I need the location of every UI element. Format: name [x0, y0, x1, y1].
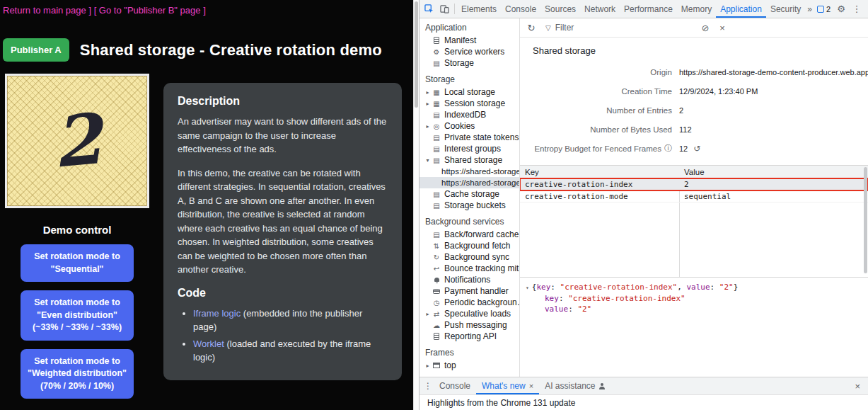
iframe-logic-link[interactable]: Iframe logic — [193, 308, 241, 319]
table-header: Key Value — [520, 166, 868, 178]
sidebar-item-private-state-tokens[interactable]: ▤Private state tokens — [419, 132, 519, 143]
drawer-tabbar: ⋮ Console What's new× AI assistance × — [419, 377, 868, 394]
sidebar-item-background-fetch[interactable]: ⇅Background fetch — [419, 240, 519, 251]
drawer-menu-icon[interactable]: ⋮ — [422, 381, 434, 391]
tab-sources[interactable]: Sources — [540, 0, 580, 18]
issues-badge[interactable]: 2 — [814, 5, 833, 13]
tab-application[interactable]: Application — [716, 0, 766, 18]
worklet-link[interactable]: Worklet — [193, 338, 224, 349]
device-toolbar-icon[interactable] — [436, 0, 452, 18]
column-header-key[interactable]: Key — [520, 168, 679, 176]
sidebar-item-push-messaging[interactable]: ☁Push messaging — [419, 319, 519, 331]
tab-performance[interactable]: Performance — [620, 0, 677, 18]
table-row-creative-rotation-index[interactable]: creative-rotation-index 2 — [520, 178, 868, 190]
tab-network[interactable]: Network — [580, 0, 620, 18]
meta-value: https://shared-storage-demo-content-prod… — [679, 68, 868, 76]
sidebar-item-top-frame[interactable]: ▸top — [419, 360, 519, 371]
demo-control-title: Demo control — [43, 224, 112, 236]
settings-gear-icon[interactable]: ⚙ — [833, 0, 849, 18]
sidebar-item-storage-buckets[interactable]: ▤Storage buckets — [419, 200, 519, 211]
sidebar-item-background-sync[interactable]: ↻Background sync — [419, 251, 519, 263]
sidebar-item-back-forward-cache[interactable]: ▤Back/forward cache — [419, 229, 519, 240]
creative-column: 2 Demo control Set rotation mode to "Seq… — [3, 74, 151, 399]
page-scrollbar[interactable] — [413, 0, 419, 410]
set-even-distribution-button[interactable]: Set rotation mode to "Even distribution"… — [21, 290, 134, 341]
close-drawer-icon[interactable]: × — [850, 381, 865, 392]
table-scrollbar-thumb[interactable] — [864, 167, 867, 273]
database-icon: ▤ — [432, 111, 441, 119]
delete-selected-button[interactable]: × — [715, 23, 729, 33]
drawer-tab-console[interactable]: Console — [434, 377, 476, 394]
database-icon: ▤ — [432, 202, 441, 210]
delete-all-button[interactable]: ⊘ — [698, 23, 712, 33]
chevron-down-icon[interactable]: ▾ — [424, 157, 432, 164]
drawer-tab-ai-assistance[interactable]: AI assistance — [539, 377, 611, 394]
devtools-menu-icon[interactable]: ⋮ — [849, 0, 864, 18]
tab-memory[interactable]: Memory — [677, 0, 716, 18]
meta-value: 2 — [679, 106, 683, 115]
chevron-right-icon[interactable]: ▸ — [424, 101, 432, 107]
sidebar-item-bounce-tracking[interactable]: ↩Bounce tracking miti… — [419, 263, 519, 274]
devtools-body: Application Manifest ⚙Service workers ▤S… — [419, 18, 868, 377]
description-heading: Description — [178, 95, 388, 108]
sidebar-item-shared-storage-origin-2[interactable]: https://shared-storage… — [419, 177, 519, 188]
chevron-right-icon[interactable]: ▸ — [424, 311, 432, 317]
chevron-right-icon[interactable]: ▸ — [424, 89, 432, 96]
sidebar-item-indexeddb[interactable]: ▤IndexedDB — [419, 109, 519, 120]
sidebar-item-storage[interactable]: ▤Storage — [419, 57, 519, 69]
close-devtools-icon[interactable]: × — [864, 0, 868, 18]
sidebar-item-speculative-loads[interactable]: ▸⇄Speculative loads — [419, 308, 519, 319]
meta-row-creation-time: Creation Time 12/9/2024, 1:23:40 PM — [520, 81, 868, 101]
scrollbar-thumb[interactable] — [415, 1, 418, 108]
issues-icon — [817, 6, 824, 13]
table-row-creative-rotation-mode[interactable]: creative-rotation-mode sequential — [520, 190, 868, 203]
info-icon[interactable]: ⓘ — [664, 143, 672, 154]
sidebar-item-reporting-api[interactable]: Reporting API — [419, 331, 519, 342]
tab-console[interactable]: Console — [501, 0, 540, 18]
meta-value: 12/9/2024, 1:23:40 PM — [679, 87, 758, 96]
more-tabs-icon[interactable]: » — [805, 4, 814, 14]
drawer-tab-whats-new[interactable]: What's new× — [476, 377, 539, 394]
page-title: Shared storage - Creative rotation demo — [80, 41, 382, 59]
list-item: Iframe logic (embedded into the publishe… — [193, 307, 388, 334]
description-paragraph-2: In this demo, the creative can be rotate… — [178, 166, 388, 277]
preview-summary-line[interactable]: ▾{key: "creative-rotation-index", value:… — [526, 282, 862, 293]
sidebar-item-local-storage[interactable]: ▸▦Local storage — [419, 86, 519, 98]
sidebar-item-manifest[interactable]: Manifest — [419, 35, 519, 46]
sidebar-item-shared-storage-origin-1[interactable]: https://shared-storage… — [419, 166, 519, 177]
sidebar-item-notifications[interactable]: Notifications — [419, 274, 519, 285]
reset-budget-icon[interactable]: ↺ — [693, 144, 700, 154]
inspect-icon[interactable] — [421, 0, 436, 18]
refresh-button[interactable]: ↻ — [524, 23, 538, 33]
sidebar-item-payment-handler[interactable]: Payment handler — [419, 285, 519, 297]
sidebar-section-storage: Storage — [419, 72, 519, 86]
up-down-arrows-icon: ⇅ — [432, 242, 441, 250]
sidebar-item-shared-storage[interactable]: ▾▤Shared storage — [419, 154, 519, 166]
set-sequential-button[interactable]: Set rotation mode to "Sequential" — [21, 244, 134, 282]
chevron-right-icon[interactable]: ▸ — [424, 363, 432, 369]
sidebar-item-session-storage[interactable]: ▸▦Session storage — [419, 98, 519, 109]
sidebar-item-label: Background sync — [444, 252, 509, 262]
publisher-b-link[interactable]: Go to "Publisher B" page — [99, 5, 201, 16]
set-weighted-distribution-button[interactable]: Set rotation mode to "Weighted distribut… — [21, 349, 134, 399]
sidebar-item-cache-storage[interactable]: ▤Cache storage — [419, 188, 519, 200]
tab-security[interactable]: Security — [766, 0, 805, 18]
sidebar-item-cookies[interactable]: ▸◎Cookies — [419, 120, 519, 132]
sidebar-item-periodic-background-sync[interactable]: ◷Periodic backgroun… — [419, 297, 519, 308]
tab-elements[interactable]: Elements — [457, 0, 501, 18]
close-tab-icon[interactable]: × — [529, 382, 533, 390]
filter-icon: ▽ — [545, 24, 551, 32]
sidebar-item-label: Reporting API — [444, 331, 497, 341]
column-header-value[interactable]: Value — [679, 168, 868, 176]
triangle-down-icon[interactable]: ▾ — [526, 285, 529, 291]
sidebar-item-service-workers[interactable]: ⚙Service workers — [419, 46, 519, 57]
divider — [454, 4, 455, 14]
sidebar-item-label: Interest groups — [444, 144, 501, 154]
whats-new-highlight-link[interactable]: Highlights from the Chrome 131 update — [427, 398, 575, 408]
filter-input[interactable]: ▽ Filter — [541, 23, 695, 33]
return-main-page-link[interactable]: Return to main page — [3, 5, 86, 16]
chevron-right-icon[interactable]: ▸ — [424, 123, 432, 130]
sidebar-item-label: https://shared-storage… — [441, 167, 519, 176]
filter-placeholder: Filter — [555, 23, 574, 33]
sidebar-item-interest-groups[interactable]: ▤Interest groups — [419, 143, 519, 154]
